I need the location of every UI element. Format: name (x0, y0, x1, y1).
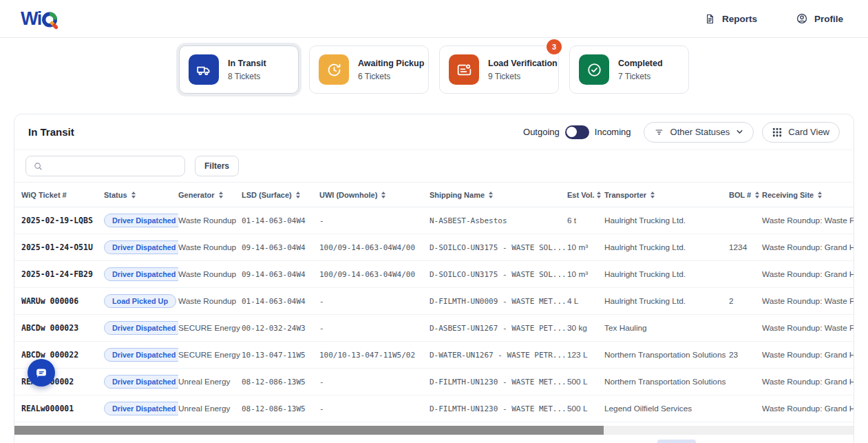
column-header[interactable]: Receiving Site (762, 191, 854, 199)
check-circle-icon (579, 54, 609, 85)
table-row[interactable]: ABCDw 000022 Driver Dispatched SECURE En… (14, 342, 854, 369)
card-view-button[interactable]: Card View (762, 122, 840, 143)
column-header[interactable]: Transporter (604, 191, 729, 199)
filter-lines-icon (654, 127, 664, 137)
sort-icon (131, 192, 136, 198)
sort-icon (818, 192, 822, 198)
cell-lsd: 01-14-063-04W4 (242, 297, 319, 306)
card-in-transit[interactable]: In Transit 8 Tickets (179, 45, 299, 94)
card-count: 6 Tickets (358, 72, 424, 81)
table-row[interactable]: WARUw 000006 Load Picked Up Waste Roundu… (14, 288, 854, 315)
cell-ticket: ABCDw 000022 (21, 350, 104, 360)
card-load-verification[interactable]: 3 Load Verification 9 Tickets (439, 45, 559, 94)
column-header[interactable]: LSD (Surface) (242, 191, 319, 199)
cell-shipping-name: D-FILMTH-UN1230 - WASTE MET... (430, 378, 567, 387)
cell-transporter: Haulright Trucking Ltd. (604, 296, 729, 306)
column-header[interactable]: Generator (178, 191, 242, 199)
column-header-label: Transporter (604, 191, 646, 199)
cell-receiving-site: Waste Roundup: Grand Hav (762, 269, 854, 279)
cell-uwi: - (319, 324, 430, 333)
cell-ticket: 2025-01-24-O51U (21, 243, 104, 252)
cell-status: Driver Dispatched (104, 348, 178, 362)
reports-icon (704, 13, 716, 25)
cell-shipping-name: D-FILMTH-UN1230 - WASTE MET... (430, 404, 567, 413)
sort-icon (755, 192, 759, 198)
sort-icon (219, 192, 223, 198)
table-row[interactable]: 2025-02-19-LQBS Driver Dispatched Waste … (14, 207, 854, 234)
cell-lsd: 10-13-047-11W5 (242, 351, 319, 360)
cell-ticket: WARUw 000006 (21, 296, 104, 306)
filters-button[interactable]: Filters (195, 156, 239, 176)
horizontal-scrollbar-thumb[interactable] (14, 426, 604, 435)
chevron-down-icon (736, 128, 743, 136)
cell-lsd: 09-14-063-04W4 (242, 270, 319, 279)
cell-generator: Waste Roundup (178, 269, 242, 279)
cell-lsd: 01-14-063-04W4 (242, 216, 319, 225)
cell-ticket: 2025-01-24-FB29 (21, 269, 104, 279)
cell-generator: SECURE Energy (178, 323, 242, 333)
cell-shipping-name: D-SOILCO-UN3175 - WASTE SOL... (430, 243, 567, 252)
cell-status: Driver Dispatched (104, 375, 178, 389)
horizontal-scrollbar-track[interactable] (14, 426, 854, 435)
column-header-label: WiQ Ticket # (21, 191, 67, 199)
cell-generator: SECURE Energy (178, 350, 242, 360)
column-header[interactable]: Shipping Name (430, 191, 567, 199)
toggle-label-incoming: Incoming (595, 127, 631, 137)
toggle-label-outgoing: Outgoing (523, 127, 560, 137)
column-header-label: Receiving Site (762, 191, 814, 199)
column-header-label: UWI (Downhole) (319, 191, 377, 199)
cell-lsd: 00-12-032-24W3 (242, 324, 319, 333)
panel-header: In Transit Outgoing Incoming Other Statu… (14, 114, 854, 150)
cell-status: Load Picked Up (104, 294, 178, 308)
cell-receiving-site: Waste Roundup: Waste Fac (762, 216, 854, 225)
cell-uwi: - (319, 297, 430, 306)
search-input[interactable] (48, 161, 178, 171)
clock-history-icon (319, 54, 349, 85)
pagination-partial[interactable] (657, 440, 696, 443)
table-row[interactable]: 2025-01-24-FB29 Driver Dispatched Waste … (14, 261, 854, 288)
table-row[interactable]: REALw000002 Driver Dispatched Unreal Ene… (14, 369, 854, 395)
cell-shipping-name: D-ASBEST-UN1267 - WASTE PET... (430, 324, 567, 333)
cell-lsd: 08-12-086-13W5 (242, 404, 319, 413)
column-header[interactable]: UWI (Downhole) (319, 191, 430, 199)
sort-icon (381, 192, 385, 198)
cell-est-vol: 10 m³ (567, 269, 604, 279)
page-title: In Transit (28, 126, 74, 138)
cell-generator: Unreal Energy (178, 377, 242, 387)
table-row[interactable]: ABCDw 000023 Driver Dispatched SECURE En… (14, 315, 854, 342)
other-statuses-button[interactable]: Other Statuses (644, 122, 754, 143)
cell-status: Driver Dispatched (104, 402, 178, 415)
column-header[interactable]: Status (104, 191, 178, 199)
table-row[interactable]: REALw000001 Driver Dispatched Unreal Ene… (14, 395, 854, 422)
cell-generator: Waste Roundup (178, 216, 242, 225)
card-awaiting-pickup[interactable]: Awaiting Pickup 6 Tickets (309, 45, 429, 94)
cell-status: Driver Dispatched (104, 214, 178, 227)
column-header[interactable]: Est Vol. (567, 191, 604, 199)
card-count: 9 Tickets (488, 72, 558, 81)
column-header-label: Generator (178, 191, 215, 199)
cell-uwi: - (319, 216, 430, 225)
table-row[interactable]: 2025-01-24-O51U Driver Dispatched Waste … (14, 234, 854, 261)
profile-nav-item[interactable]: Profile (796, 12, 843, 25)
cell-est-vol: 30 kg (567, 323, 604, 333)
status-badge: Driver Dispatched (104, 214, 178, 227)
cell-receiving-site: Waste Roundup: Grand Hav (762, 243, 854, 252)
notification-badge: 3 (547, 39, 562, 54)
cell-uwi: 100/09-14-063-04W4/00 (319, 270, 430, 279)
column-header[interactable]: BOL # (729, 191, 762, 199)
direction-toggle[interactable] (565, 125, 589, 139)
status-badge: Driver Dispatched (104, 375, 178, 389)
status-badge: Load Picked Up (104, 294, 176, 308)
reports-nav-item[interactable]: Reports (704, 13, 757, 25)
toggle-knob (567, 127, 577, 137)
status-badge: Driver Dispatched (104, 267, 178, 281)
status-badge: Driver Dispatched (104, 348, 178, 362)
profile-label: Profile (814, 14, 843, 24)
column-header-label: Shipping Name (430, 191, 485, 199)
chat-launcher-button[interactable] (28, 359, 55, 387)
cell-transporter: Tex Hauling (604, 323, 729, 333)
chat-bubble-icon (34, 365, 49, 380)
card-completed[interactable]: Completed 7 Tickets (569, 45, 689, 94)
reports-label: Reports (722, 14, 757, 24)
top-nav: Reports Profile (704, 12, 843, 25)
